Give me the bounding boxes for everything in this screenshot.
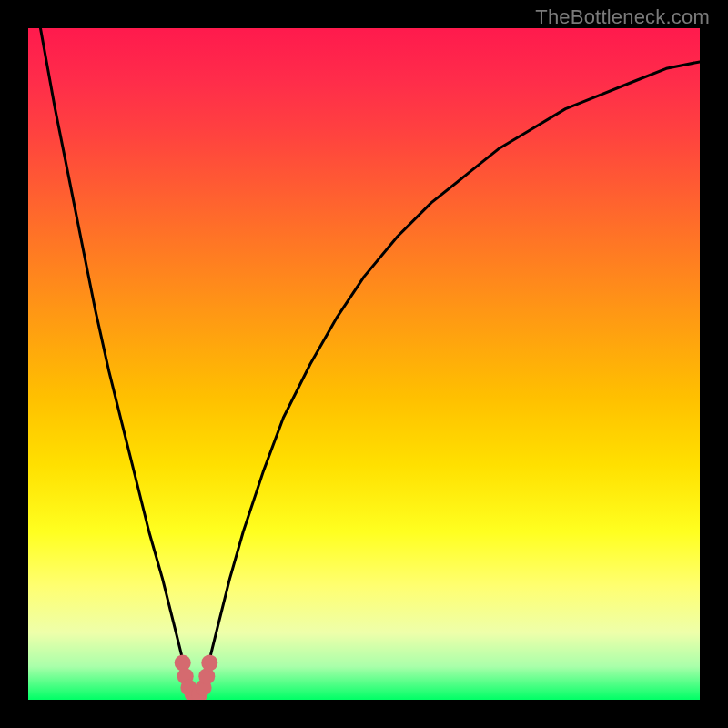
- marker-dot: [175, 654, 191, 671]
- plot-area: [28, 28, 700, 700]
- chart-frame: TheBottleneck.com: [0, 0, 728, 728]
- bottleneck-curve: [28, 28, 700, 693]
- curve-layer: [28, 28, 700, 700]
- marker-dot: [198, 668, 215, 684]
- marker-dot: [201, 654, 217, 671]
- marker-cluster: [175, 654, 218, 700]
- watermark-text: TheBottleneck.com: [535, 5, 710, 29]
